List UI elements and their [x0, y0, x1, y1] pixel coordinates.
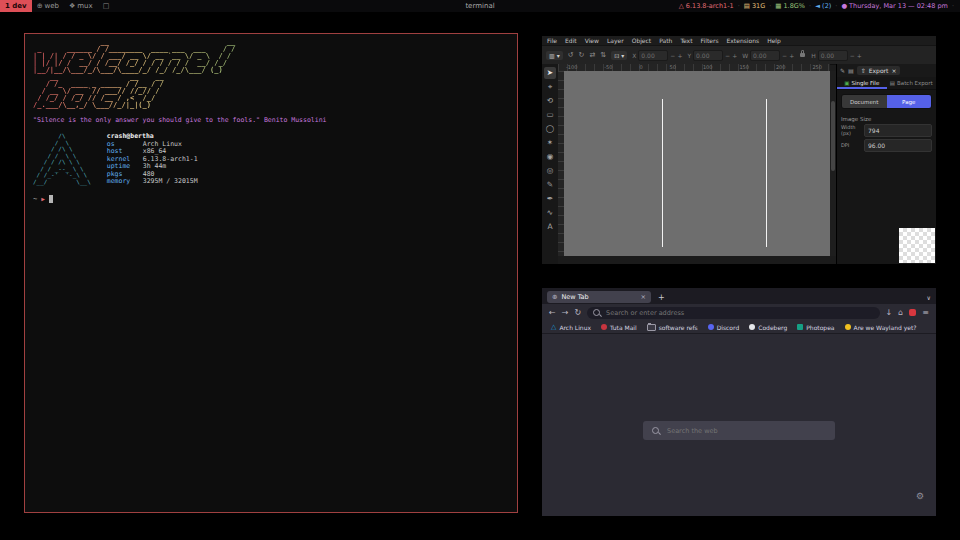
- text-cursor: [49, 195, 53, 203]
- pencil-tool-icon[interactable]: ✎: [544, 179, 556, 191]
- reload-button[interactable]: ↻: [574, 308, 581, 317]
- inkscape-menubar: File Edit View Layer Object Path Text Fi…: [542, 36, 936, 45]
- batch-export-icon: ▤: [890, 80, 895, 86]
- export-dock-tab[interactable]: ⇧ Export ×: [857, 66, 901, 75]
- terminal-window[interactable]: __ __ _ ______ / /________ ____ ___ ___ …: [24, 33, 518, 513]
- home-icon[interactable]: ⌂: [898, 308, 903, 317]
- export-panel: ✎ ▤ ⇧ Export × ▣ Single File ▤ Batch Exp…: [836, 64, 936, 264]
- close-tab-icon[interactable]: ×: [641, 293, 646, 301]
- vertical-guide[interactable]: [766, 99, 767, 247]
- menu-view[interactable]: View: [585, 37, 599, 44]
- canvas-horizontal-scrollbar[interactable]: [558, 256, 836, 264]
- bookmark-arch-linux[interactable]: △ Arch Linux: [551, 324, 591, 331]
- wayland-icon: [845, 324, 851, 330]
- flip-horizontal-icon[interactable]: ⇄: [589, 51, 595, 59]
- ellipse-tool-icon[interactable]: ◯: [544, 123, 556, 135]
- downloads-icon[interactable]: ↓: [886, 308, 893, 317]
- system-info: crash@bertha osArch Linux hostx86_64 ker…: [107, 133, 198, 186]
- fetch-output: /\ / \ / /\ \ / / \ \ / / /\ \ \ / / _--…: [33, 133, 509, 186]
- bookmark-photopea[interactable]: Photopea: [797, 324, 834, 331]
- menu-text[interactable]: Text: [680, 37, 692, 44]
- rotate-ccw-icon[interactable]: ↺: [568, 51, 574, 59]
- pencil-dock-icon[interactable]: ✎: [840, 67, 845, 74]
- browser-window[interactable]: ⊕ New Tab × + ∨ ← → ↻ ↓ ⌂ ≡ △ Arch Linux: [542, 288, 936, 516]
- tab-single-file[interactable]: ▣ Single File: [837, 77, 887, 89]
- inkscape-canvas[interactable]: [564, 71, 830, 256]
- new-tab-button[interactable]: +: [658, 293, 665, 302]
- codeberg-icon: [749, 324, 755, 330]
- width-field[interactable]: W 0.00 −+: [742, 50, 794, 61]
- y-coordinate-field[interactable]: Y 0.00 −+: [687, 50, 737, 61]
- pen-tool-icon[interactable]: ✒: [544, 193, 556, 205]
- menu-filters[interactable]: Filters: [701, 37, 719, 44]
- photopea-icon: [797, 324, 803, 330]
- url-input[interactable]: [604, 308, 873, 318]
- discord-icon: [708, 324, 714, 330]
- search-icon: [593, 309, 600, 316]
- close-icon[interactable]: ×: [891, 67, 896, 74]
- menu-path[interactable]: Path: [659, 37, 672, 44]
- globe-icon: ⊕: [552, 293, 557, 301]
- menu-object[interactable]: Object: [632, 37, 652, 44]
- export-dpi-input[interactable]: [864, 139, 932, 152]
- shell-prompt[interactable]: ~ ▶: [33, 195, 509, 203]
- selector-tool-icon[interactable]: ➤: [544, 67, 556, 79]
- dock-tab-bar: ✎ ▤ ⇧ Export ×: [837, 64, 936, 77]
- gradient-tool-icon[interactable]: ◉: [544, 151, 556, 163]
- bookmark-codeberg[interactable]: Codeberg: [749, 324, 787, 331]
- menu-help[interactable]: Help: [767, 37, 781, 44]
- export-icon: ⇧: [861, 67, 866, 74]
- menu-file[interactable]: File: [547, 37, 557, 44]
- back-button[interactable]: ←: [549, 308, 556, 317]
- url-bar[interactable]: [587, 307, 879, 319]
- arch-icon: △: [551, 324, 556, 330]
- bookmark-software-refs-folder[interactable]: software refs: [647, 324, 698, 331]
- vertical-guide[interactable]: [662, 99, 663, 247]
- document-button[interactable]: Document: [842, 95, 887, 108]
- export-width-input[interactable]: [864, 124, 932, 137]
- layers-dock-icon[interactable]: ▤: [848, 67, 854, 74]
- newtab-search-box[interactable]: [643, 421, 835, 440]
- tab-batch-export[interactable]: ▤ Batch Export: [887, 77, 937, 89]
- flip-vertical-icon[interactable]: ⇅: [600, 51, 606, 59]
- lock-ratio-icon[interactable]: [800, 53, 805, 57]
- width-row: Width (px): [841, 124, 932, 137]
- image-size-heading: Image Size: [841, 116, 932, 122]
- spiral-tool-icon[interactable]: ◎: [544, 165, 556, 177]
- newtab-search-input[interactable]: [665, 426, 826, 436]
- page-button[interactable]: Page: [887, 95, 932, 108]
- forward-button[interactable]: →: [562, 308, 569, 317]
- rotate-cw-icon[interactable]: ↻: [579, 51, 585, 59]
- rectangle-tool-icon[interactable]: ▭: [544, 109, 556, 121]
- menu-extensions[interactable]: Extensions: [727, 37, 760, 44]
- menu-edit[interactable]: Edit: [565, 37, 577, 44]
- export-preview: [899, 228, 935, 263]
- ublock-extension-icon[interactable]: [909, 309, 916, 316]
- menu-layer[interactable]: Layer: [607, 37, 624, 44]
- export-mode-tabs: ▣ Single File ▤ Batch Export: [837, 77, 936, 90]
- horizontal-ruler: -100-50 050 100150 200250: [558, 64, 830, 71]
- toolbox: ➤ ⌖ ⟲ ▭ ◯ ✶ ◉ ◎ ✎ ✒ ∿ A: [542, 64, 558, 264]
- bookmark-are-we-wayland-yet[interactable]: Are we Wayland yet?: [845, 324, 917, 331]
- menu-icon[interactable]: ≡: [922, 308, 929, 317]
- bookmark-tuta-mail[interactable]: Tuta Mail: [601, 324, 637, 331]
- dpi-label: DPI: [841, 143, 861, 149]
- shape-builder-tool-icon[interactable]: ⟲: [544, 95, 556, 107]
- focused-window-title: terminal: [0, 2, 960, 10]
- height-field[interactable]: H 0.00 −+: [811, 50, 862, 61]
- star-tool-icon[interactable]: ✶: [544, 137, 556, 149]
- list-tabs-chevron-icon[interactable]: ∨: [927, 294, 931, 301]
- bbox-type-dropdown[interactable]: ⊡ ▾: [611, 51, 627, 60]
- active-tab[interactable]: ⊕ New Tab ×: [547, 291, 651, 303]
- node-tool-icon[interactable]: ⌖: [544, 81, 556, 93]
- selection-mode-dropdown[interactable]: ▥ ▾: [546, 51, 563, 60]
- gear-icon[interactable]: ⚙: [916, 491, 924, 501]
- search-icon: [652, 427, 659, 434]
- export-area-buttons: Document Page: [841, 94, 932, 109]
- inkscape-window[interactable]: File Edit View Layer Object Path Text Fi…: [542, 36, 936, 264]
- calligraphy-tool-icon[interactable]: ∿: [544, 207, 556, 219]
- x-coordinate-field[interactable]: X 0.00 −+: [632, 50, 682, 61]
- bookmark-discord[interactable]: Discord: [708, 324, 740, 331]
- text-tool-icon[interactable]: A: [544, 221, 556, 233]
- tab-title: New Tab: [561, 293, 636, 301]
